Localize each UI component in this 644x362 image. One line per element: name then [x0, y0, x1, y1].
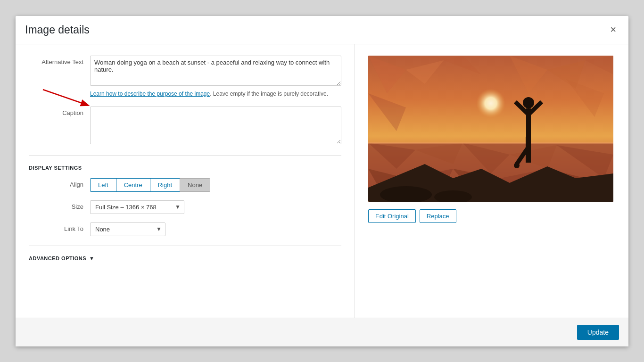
align-wrap: Left Centre Right None — [90, 178, 341, 192]
page-overlay: Image details × Alternative Text Woman d… — [0, 0, 644, 362]
advanced-options-toggle[interactable]: ADVANCED OPTIONS ▼ — [29, 255, 341, 261]
size-label: Size — [29, 200, 90, 210]
modal-left-panel: Alternative Text Woman doing yoga on a b… — [16, 44, 355, 318]
display-settings-section: DISPLAY SETTINGS Align Left Centre Right… — [29, 165, 341, 236]
svg-point-32 — [514, 163, 520, 168]
image-details-modal: Image details × Alternative Text Woman d… — [16, 16, 628, 346]
caption-input[interactable] — [90, 107, 341, 144]
caption-wrap — [90, 107, 341, 146]
caption-label: Caption — [29, 107, 90, 116]
svg-line-1 — [43, 90, 88, 105]
hint-container: Learn how to describe the purpose of the… — [90, 90, 341, 98]
caption-group: Caption — [29, 107, 341, 146]
alt-text-input[interactable]: Woman doing yoga on a beach at sunset - … — [90, 56, 341, 86]
svg-point-29 — [526, 99, 531, 103]
align-right-button[interactable]: Right — [150, 178, 180, 192]
align-buttons-group: Left Centre Right None — [90, 178, 341, 192]
divider-display — [29, 155, 341, 156]
close-button[interactable]: × — [607, 24, 619, 36]
modal-right-panel: Edit Original Replace — [355, 44, 628, 318]
size-select[interactable]: Thumbnail – 150 × 150 Medium – 300 × 200… — [90, 200, 184, 214]
link-group: Link To None Media File Attachment Page … — [29, 222, 341, 236]
hint-link[interactable]: Learn how to describe the purpose of the… — [90, 90, 210, 97]
hint-text: Learn how to describe the purpose of the… — [90, 90, 341, 98]
align-label: Align — [29, 178, 90, 188]
alt-text-wrap: Woman doing yoga on a beach at sunset - … — [90, 56, 341, 98]
edit-original-button[interactable]: Edit Original — [368, 209, 416, 223]
modal-footer: Update — [16, 318, 628, 346]
link-select[interactable]: None Media File Attachment Page Custom U… — [90, 222, 165, 236]
advanced-section: ADVANCED OPTIONS ▼ — [29, 255, 341, 261]
svg-point-3 — [458, 78, 524, 144]
alt-text-label: Alternative Text — [29, 56, 90, 66]
modal-body: Alternative Text Woman doing yoga on a b… — [16, 44, 628, 318]
advanced-options-label: ADVANCED OPTIONS — [29, 255, 86, 261]
size-wrap: Thumbnail – 150 × 150 Medium – 300 × 200… — [90, 200, 341, 214]
update-button[interactable]: Update — [577, 325, 619, 340]
image-preview — [368, 56, 613, 202]
display-settings-title: DISPLAY SETTINGS — [29, 165, 341, 171]
link-label: Link To — [29, 222, 90, 232]
link-select-wrap: None Media File Attachment Page Custom U… — [90, 222, 165, 236]
size-group: Size Thumbnail – 150 × 150 Medium – 300 … — [29, 200, 341, 214]
align-centre-button[interactable]: Centre — [116, 178, 150, 192]
hint-suffix: . Leave empty if the image is purely dec… — [210, 90, 328, 97]
replace-button[interactable]: Replace — [420, 209, 456, 223]
align-left-button[interactable]: Left — [90, 178, 116, 192]
modal-title: Image details — [25, 24, 90, 36]
size-select-wrap: Thumbnail – 150 × 150 Medium – 300 × 200… — [90, 200, 184, 214]
image-actions: Edit Original Replace — [368, 209, 615, 223]
svg-rect-23 — [368, 142, 613, 144]
align-none-button[interactable]: None — [180, 178, 210, 192]
divider-advanced — [29, 246, 341, 246]
advanced-chevron-icon: ▼ — [89, 255, 94, 261]
link-wrap: None Media File Attachment Page Custom U… — [90, 222, 341, 236]
yoga-image-svg — [368, 56, 613, 202]
modal-header: Image details × — [16, 16, 628, 44]
alt-text-group: Alternative Text Woman doing yoga on a b… — [29, 56, 341, 98]
align-group: Align Left Centre Right None — [29, 178, 341, 192]
